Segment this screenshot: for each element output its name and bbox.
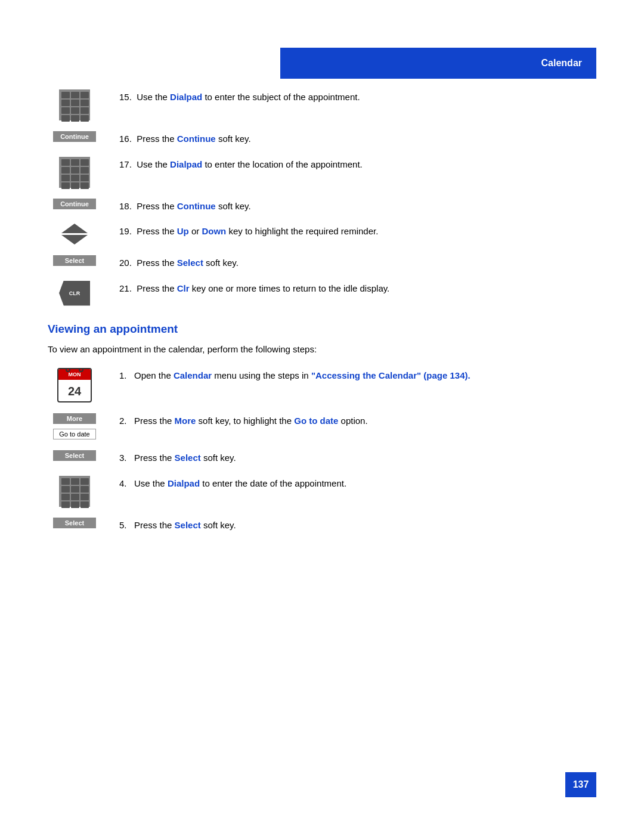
cal-month: MON <box>58 369 91 380</box>
text-col-v4: 4. Use the Dialpad to enter the date of … <box>101 476 596 491</box>
viewing-step-1: MON 24 1. Open the Calendar menu using t… <box>48 368 596 402</box>
text-col-19: 19. Press the Up or Down key to highligh… <box>101 224 596 239</box>
step-16: Continue 16. Press the Continue soft key… <box>48 131 596 146</box>
main-content: 15. Use the Dialpad to enter the subject… <box>48 89 596 543</box>
viewing-step-5-text: 5. Press the Select soft key. <box>119 519 596 532</box>
icon-col-15 <box>48 89 101 120</box>
section-intro: To view an appointment in the calendar, … <box>48 343 596 357</box>
arrow-up-icon <box>61 224 88 233</box>
dialpad-icon-17 <box>59 157 90 188</box>
keyword-continue-18: Continue <box>177 201 216 211</box>
viewing-step-2: More Go to date 2. Press the More soft k… <box>48 413 596 439</box>
step-18: Continue 18. Press the Continue soft key… <box>48 199 596 213</box>
icon-col-v3: Select <box>48 450 101 461</box>
step-17-text: 17. Use the Dialpad to enter the locatio… <box>119 158 596 172</box>
icon-col-18: Continue <box>48 199 101 209</box>
keyword-select-v3: Select <box>175 453 201 463</box>
keyword-calendar-v1: Calendar <box>174 370 212 380</box>
select-button-v3[interactable]: Select <box>53 450 96 461</box>
step-19: 19. Press the Up or Down key to highligh… <box>48 224 596 244</box>
viewing-step-5: Select 5. Press the Select soft key. <box>48 518 596 532</box>
icon-col-v5: Select <box>48 518 101 528</box>
nav-arrows-icon <box>61 224 88 244</box>
text-col-16: 16. Press the Continue soft key. <box>101 131 596 146</box>
arrow-down-icon <box>61 235 88 244</box>
dialpad-icon-15 <box>59 89 90 120</box>
step-16-text: 16. Press the Continue soft key. <box>119 132 596 146</box>
step-20-text: 20. Press the Select soft key. <box>119 256 596 270</box>
step-21-text: 21. Press the Clr key one or more times … <box>119 282 596 296</box>
keyword-link-v1[interactable]: "Accessing the Calendar" (page 134). <box>311 370 470 380</box>
step-15-text: 15. Use the Dialpad to enter the subject… <box>119 91 596 104</box>
continue-button-18[interactable]: Continue <box>53 199 96 209</box>
calendar-icon: MON 24 <box>57 368 92 402</box>
icon-col-21: CLR <box>48 281 101 306</box>
keyword-goto-v2: Go to date <box>294 416 338 426</box>
viewing-step-4: 4. Use the Dialpad to enter the date of … <box>48 476 596 507</box>
continue-button-16[interactable]: Continue <box>53 131 96 142</box>
viewing-step-1-text: 1. Open the Calendar menu using the step… <box>119 369 596 383</box>
icon-col-17 <box>48 157 101 188</box>
more-button[interactable]: More <box>53 413 96 424</box>
page-number: 137 <box>565 772 596 797</box>
viewing-section: Viewing an appointment To view an appoin… <box>48 323 596 532</box>
keyword-select-v5: Select <box>175 520 201 530</box>
keyword-dialpad-v4: Dialpad <box>168 478 200 488</box>
text-col-v5: 5. Press the Select soft key. <box>101 518 596 532</box>
text-col-21: 21. Press the Clr key one or more times … <box>101 281 596 296</box>
icon-col-20: Select <box>48 255 101 266</box>
step-20: Select 20. Press the Select soft key. <box>48 255 596 270</box>
text-col-17: 17. Use the Dialpad to enter the locatio… <box>101 157 596 172</box>
keyword-more-v2: More <box>175 416 196 426</box>
header-title: Calendar <box>541 58 582 69</box>
keyword-down: Down <box>202 226 226 236</box>
icon-col-v2: More Go to date <box>48 413 101 439</box>
text-col-v3: 3. Press the Select soft key. <box>101 450 596 465</box>
viewing-step-4-text: 4. Use the Dialpad to enter the date of … <box>119 477 596 491</box>
icon-col-19 <box>48 224 101 244</box>
step-17: 17. Use the Dialpad to enter the locatio… <box>48 157 596 188</box>
section-title: Viewing an appointment <box>48 323 596 336</box>
viewing-step-3: Select 3. Press the Select soft key. <box>48 450 596 465</box>
page-header: Calendar <box>280 48 596 79</box>
go-to-date-button[interactable]: Go to date <box>53 429 96 439</box>
keyword-up: Up <box>177 226 189 236</box>
step-15: 15. Use the Dialpad to enter the subject… <box>48 89 596 120</box>
cal-day: 24 <box>58 380 91 402</box>
viewing-step-2-text: 2. Press the More soft key, to highlight… <box>119 414 596 428</box>
viewing-step-3-text: 3. Press the Select soft key. <box>119 451 596 465</box>
keyword-clr: Clr <box>177 283 190 293</box>
text-col-v2: 2. Press the More soft key, to highlight… <box>101 413 596 428</box>
keyword-continue-16: Continue <box>177 134 216 144</box>
keyword-select-20: Select <box>177 258 203 268</box>
step-18-text: 18. Press the Continue soft key. <box>119 200 596 213</box>
select-button-v5[interactable]: Select <box>53 518 96 528</box>
icon-col-16: Continue <box>48 131 101 142</box>
text-col-20: 20. Press the Select soft key. <box>101 255 596 270</box>
text-col-v1: 1. Open the Calendar menu using the step… <box>101 368 596 383</box>
step-21: CLR 21. Press the Clr key one or more ti… <box>48 281 596 306</box>
keyword-dialpad-17: Dialpad <box>170 159 202 169</box>
step-19-text: 19. Press the Up or Down key to highligh… <box>119 225 596 239</box>
icon-col-v1: MON 24 <box>48 368 101 402</box>
dialpad-icon-v4 <box>59 476 90 507</box>
select-button-20[interactable]: Select <box>53 255 96 266</box>
keyword-dialpad-15: Dialpad <box>170 92 202 102</box>
clr-key-icon: CLR <box>59 281 90 306</box>
icon-col-v4 <box>48 476 101 507</box>
text-col-15: 15. Use the Dialpad to enter the subject… <box>101 89 596 104</box>
text-col-18: 18. Press the Continue soft key. <box>101 199 596 213</box>
